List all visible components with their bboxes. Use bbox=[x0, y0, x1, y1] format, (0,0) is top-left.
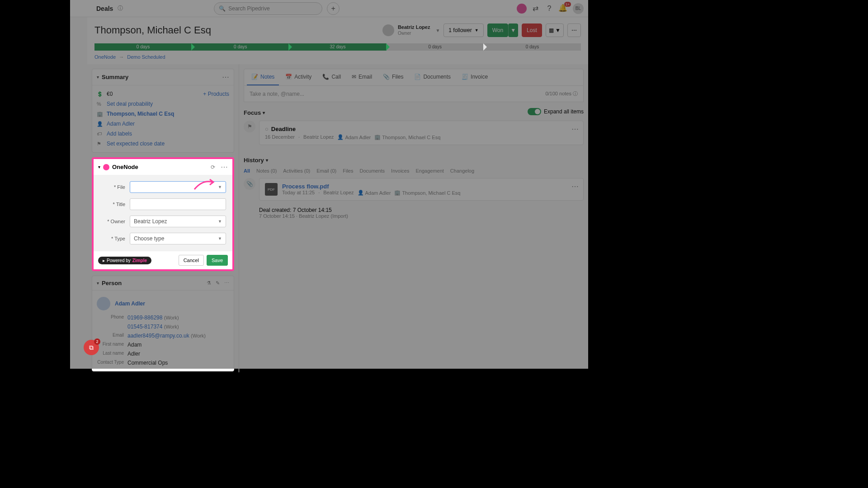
right-column: 📝 Notes 📅 Activity 📞 Call ✉ Email 📎 File… bbox=[239, 64, 588, 372]
radio-icon[interactable]: ○ bbox=[265, 126, 269, 132]
help-icon[interactable]: ? bbox=[545, 4, 554, 13]
htab-notes[interactable]: Notes (0) bbox=[256, 168, 277, 174]
save-button[interactable]: Save bbox=[207, 255, 228, 266]
person-menu-icon[interactable]: ⋯ bbox=[224, 280, 229, 286]
quick-add-icon[interactable]: ⇄ bbox=[531, 4, 540, 13]
firstname-value: Adam bbox=[127, 342, 142, 348]
tab-email[interactable]: ✉ Email bbox=[347, 69, 377, 85]
htab-email[interactable]: Email (0) bbox=[316, 168, 336, 174]
owner-avatar[interactable] bbox=[382, 24, 394, 36]
won-dropdown[interactable]: ▼ bbox=[508, 23, 518, 37]
currency-icon: 💲 bbox=[97, 91, 103, 97]
search-icon: 🔍 bbox=[219, 5, 226, 12]
stage-1[interactable]: 0 days bbox=[94, 43, 192, 51]
add-button[interactable]: + bbox=[327, 2, 340, 15]
more-button[interactable]: ⋯ bbox=[567, 23, 581, 37]
app-frame: Deals ⓘ 🔍 Search Pipedrive + ⇄ ? 🔔 BL Th… bbox=[70, 0, 588, 369]
chevron-down-icon[interactable]: ▾ bbox=[97, 75, 99, 80]
card-menu-icon[interactable]: ⋯ bbox=[571, 125, 579, 133]
history-section[interactable]: History ▾ bbox=[244, 157, 584, 164]
breadcrumb-a[interactable]: OneNode bbox=[94, 54, 116, 60]
filter-icon[interactable]: ⚗ bbox=[207, 280, 211, 286]
won-button[interactable]: Won bbox=[487, 23, 508, 37]
chevron-down-icon[interactable]: ▾ bbox=[97, 281, 99, 286]
pipeline-stages: 0 days 0 days 32 days 0 days 0 days bbox=[94, 43, 581, 51]
tab-notes[interactable]: 📝 Notes bbox=[247, 69, 279, 85]
owner-select[interactable]: Beatriz Lopez▼ bbox=[130, 216, 226, 227]
add-labels-link[interactable]: Add labels bbox=[107, 131, 132, 137]
assistant-icon[interactable] bbox=[517, 4, 527, 14]
owner-label: Owner bbox=[100, 219, 125, 224]
lost-button[interactable]: Lost bbox=[522, 23, 542, 37]
floating-action-badge[interactable]: ⧉ bbox=[84, 340, 99, 355]
info-icon[interactable]: ⓘ bbox=[118, 5, 123, 12]
search-input[interactable]: 🔍 Search Pipedrive bbox=[214, 2, 322, 15]
htab-documents[interactable]: Documents bbox=[359, 168, 385, 174]
title-input[interactable] bbox=[130, 198, 226, 210]
org-link[interactable]: Thompson, Michael C Esq bbox=[107, 111, 174, 117]
htab-engagement[interactable]: Engagement bbox=[415, 168, 443, 174]
stage-5[interactable]: 0 days bbox=[484, 43, 581, 51]
expand-toggle[interactable] bbox=[528, 108, 541, 115]
htab-changelog[interactable]: Changelog bbox=[450, 168, 474, 174]
set-probability-link[interactable]: Set deal probability bbox=[107, 101, 153, 107]
deal-created-entry: Deal created: 7 October 14:15 7 October … bbox=[259, 205, 348, 221]
file-label: File bbox=[100, 184, 125, 190]
person-avatar[interactable] bbox=[97, 297, 110, 310]
person-panel-title: Person bbox=[102, 280, 122, 286]
chevron-down-icon[interactable]: ▾ bbox=[98, 164, 100, 169]
onenode-menu-icon[interactable]: ⋯ bbox=[221, 163, 228, 171]
close-date-link[interactable]: Set expected close date bbox=[107, 141, 165, 147]
detail-tabs: 📝 Notes 📅 Activity 📞 Call ✉ Email 📎 File… bbox=[244, 69, 584, 86]
title-label: Title bbox=[100, 202, 125, 207]
phone1-link[interactable]: 01969-886298 bbox=[127, 314, 162, 321]
deadline-owner: Beatriz Lopez bbox=[303, 134, 334, 140]
person-icon: 👤 bbox=[97, 121, 103, 127]
deal-title: Thompson, Michael C Esq bbox=[94, 24, 211, 36]
person-link[interactable]: Adam Adler bbox=[107, 121, 135, 127]
contacttype-value: Commercial Ops bbox=[127, 360, 168, 366]
stage-4[interactable]: 0 days bbox=[387, 43, 484, 51]
deadline-title: Deadline bbox=[271, 126, 296, 132]
focus-section[interactable]: Focus ▾ bbox=[244, 109, 265, 116]
summary-menu-icon[interactable]: ⋯ bbox=[222, 73, 229, 81]
tab-files[interactable]: 📎 Files bbox=[378, 69, 408, 85]
tab-documents[interactable]: 📄 Documents bbox=[410, 69, 455, 85]
htab-invoices[interactable]: Invoices bbox=[391, 168, 409, 174]
notification-bell-icon[interactable]: 🔔 bbox=[558, 4, 568, 14]
htab-all[interactable]: All bbox=[244, 168, 250, 174]
flag-timeline-icon: ⚑ bbox=[244, 121, 255, 132]
refresh-icon[interactable]: ⟳ bbox=[211, 164, 215, 170]
cancel-button[interactable]: Cancel bbox=[179, 255, 204, 266]
tab-invoice[interactable]: 🧾 Invoice bbox=[457, 69, 492, 85]
phone-label: Phone bbox=[97, 314, 124, 321]
user-avatar[interactable]: BL bbox=[573, 3, 584, 14]
tab-activity[interactable]: 📅 Activity bbox=[281, 69, 316, 85]
deal-value: €0 bbox=[107, 91, 113, 97]
phone2-link[interactable]: 01545-817374 bbox=[127, 324, 162, 330]
htab-activities[interactable]: Activities (0) bbox=[283, 168, 310, 174]
email-link[interactable]: aadler8495@rampy.co.uk bbox=[127, 333, 189, 339]
org-icon: 🏢 bbox=[97, 111, 103, 117]
layout-button[interactable]: ▦ ▼ bbox=[546, 23, 564, 37]
products-link[interactable]: + Products bbox=[203, 91, 229, 97]
probability-icon: % bbox=[97, 101, 103, 107]
card-menu-icon[interactable]: ⋯ bbox=[571, 182, 579, 191]
person-panel: ▾ Person ⚗ ✎ ⋯ Adam Adler Phone01969-886… bbox=[92, 276, 234, 371]
annotation-arrow bbox=[193, 178, 216, 190]
followers-button[interactable]: 1 follower▼ bbox=[443, 23, 483, 37]
tab-call[interactable]: 📞 Call bbox=[318, 69, 345, 85]
breadcrumb-b[interactable]: Demo Scheduled bbox=[127, 54, 165, 60]
label-icon: 🏷 bbox=[97, 131, 103, 136]
type-select[interactable]: Choose type▼ bbox=[130, 233, 226, 244]
stage-2[interactable]: 0 days bbox=[192, 43, 289, 51]
file-card: ⋯ PDF Process flow.pdf Today at 11:25· B… bbox=[259, 178, 584, 201]
edit-icon[interactable]: ✎ bbox=[216, 280, 220, 286]
stage-3[interactable]: 32 days bbox=[289, 43, 386, 51]
htab-files[interactable]: Files bbox=[343, 168, 353, 174]
note-placeholder: Take a note, @name... bbox=[250, 91, 304, 97]
file-name-link[interactable]: Process flow.pdf bbox=[282, 183, 578, 190]
person-name-link[interactable]: Adam Adler bbox=[115, 300, 145, 307]
note-input[interactable]: Take a note, @name... 0/100 notes ⓘ bbox=[244, 86, 584, 102]
owner-dropdown-icon[interactable]: ▼ bbox=[435, 28, 440, 33]
